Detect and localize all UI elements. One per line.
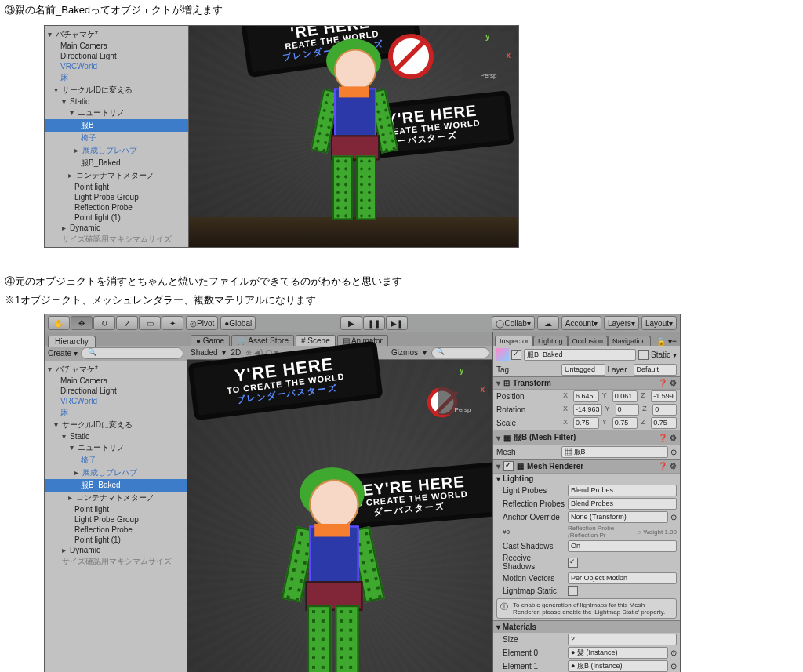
tree-item[interactable]: ▾サークルIDに変える (45, 84, 188, 96)
tree-item[interactable]: ▸展成しブレハブ (45, 467, 187, 479)
tree-item[interactable]: サイズ確認用マキシマムサイズ (45, 233, 188, 245)
tree-item[interactable]: 椅子 (45, 132, 188, 144)
meshfilter-header[interactable]: ▾▦ 服B (Mesh Filter)❓ ⚙ (493, 430, 680, 445)
lock-icon[interactable]: 🔒 ▾≡ (653, 337, 680, 346)
transform-header[interactable]: ▾⊞ Transform❓ ⚙ (493, 376, 680, 390)
el0-field[interactable]: ● 髪 (Instance) (568, 647, 668, 659)
hand-tool[interactable]: ✋ (48, 316, 70, 330)
tree-item-selected[interactable]: 服B_Baked (45, 479, 187, 492)
pause-button[interactable]: ❚❚ (363, 316, 385, 330)
scale-tool[interactable]: ⤢ (116, 316, 138, 330)
name-field[interactable]: 服B_Baked (524, 349, 636, 361)
scene-root[interactable]: ▾バチャマケ* (45, 363, 187, 376)
scl-x[interactable]: 0.75 (573, 417, 599, 429)
scene-view[interactable]: Y'RE HERE TO CREATE THE WORLD ブレンダーバスターズ… (187, 360, 492, 672)
scl-y[interactable]: 0.75 (612, 417, 638, 429)
rect-tool[interactable]: ▭ (139, 316, 161, 330)
pos-z[interactable]: -1.599 (651, 390, 677, 402)
lightmapstatic-checkbox[interactable] (568, 586, 578, 596)
el1-field[interactable]: ● 服B (Instance) (568, 660, 668, 672)
layers-dropdown[interactable]: Layers ▾ (604, 316, 639, 330)
pos-x[interactable]: 6.645 (573, 390, 599, 402)
account-dropdown[interactable]: Account ▾ (561, 316, 601, 330)
tree-item[interactable]: ▸展成しブレハブ (45, 144, 188, 157)
tree-item[interactable]: Point light (45, 182, 188, 192)
tree-item[interactable]: VRCWorld (45, 396, 187, 406)
tree-item[interactable]: Point light (1) (45, 535, 187, 545)
layout-dropdown[interactable]: Layout ▾ (641, 316, 677, 330)
tree-item[interactable]: Light Probe Group (45, 514, 187, 525)
rot-z[interactable]: 0 (652, 404, 677, 416)
tree-item[interactable]: Directional Light (45, 51, 188, 61)
mat-size-field[interactable]: 2 (568, 634, 677, 645)
pivot-toggle[interactable]: ◎ Pivot (186, 316, 218, 330)
tree-item[interactable]: VRCWorld (45, 61, 188, 71)
hierarchy-tree[interactable]: ▾バチャマケ* Main Camera Directional Light VR… (45, 361, 187, 672)
gizmos-dropdown[interactable]: Gizmos (391, 348, 418, 357)
step-button[interactable]: ▶❚ (386, 316, 408, 330)
layer-dropdown[interactable]: Default (634, 364, 678, 376)
lightprobes-dropdown[interactable]: Blend Probes (568, 485, 677, 496)
renderer-enabled[interactable] (503, 461, 514, 471)
cloud-button[interactable]: ☁ (537, 316, 559, 330)
character[interactable] (303, 42, 405, 223)
tab-occlusion[interactable]: Occlusion (568, 336, 609, 346)
scene-root[interactable]: ▾バチャマケ* (45, 28, 188, 41)
tree-item[interactable]: Directional Light (45, 386, 187, 396)
tree-item[interactable]: ▸Dynamic (45, 545, 187, 555)
rot-x[interactable]: -14.963 (573, 404, 602, 416)
tab-scene[interactable]: # Scene (296, 335, 336, 346)
tree-item[interactable]: Reflection Probe (45, 525, 187, 535)
tree-item[interactable]: Point light (1) (45, 212, 188, 223)
reflectionprobes-dropdown[interactable]: Blend Probes (568, 498, 677, 510)
play-button[interactable]: ▶ (340, 316, 362, 330)
tree-item-selected[interactable]: 服B (45, 119, 188, 132)
global-toggle[interactable]: ● Global (220, 316, 256, 330)
tree-item[interactable]: ▸Dynamic (45, 223, 188, 233)
move-tool[interactable]: ✥ (71, 316, 93, 330)
tab-game[interactable]: ● Game (191, 335, 230, 346)
rot-y[interactable]: 0 (616, 404, 640, 416)
tree-item[interactable]: ▾Static (45, 96, 188, 107)
collab-dropdown[interactable]: ◯ Collab ▾ (492, 316, 534, 330)
tab-inspector[interactable]: Inspector (495, 336, 533, 346)
shade-mode[interactable]: Shaded (191, 348, 217, 357)
play-controls[interactable]: ▶ ❚❚ ▶❚ (340, 316, 408, 330)
materials-header[interactable]: ▾ Materials (493, 620, 680, 633)
static-checkbox[interactable] (638, 350, 649, 360)
hierarchy-tab[interactable]: Hierarchy (48, 336, 96, 347)
tab-assetstore[interactable]: 🛒 Asset Store (231, 335, 294, 346)
receiveshadows-checkbox[interactable] (568, 558, 578, 568)
mesh-field[interactable]: ▦ 服B (561, 446, 668, 458)
tree-item[interactable]: 床 (45, 406, 187, 419)
tab-lighting[interactable]: Lighting (533, 336, 568, 346)
motionvectors-dropdown[interactable]: Per Object Motion (568, 572, 677, 584)
meshrenderer-header[interactable]: ▾ ▦ Mesh Renderer❓ ⚙ (493, 459, 680, 474)
tab-navigation[interactable]: Navigation (608, 336, 651, 346)
tree-item[interactable]: Light Probe Group (45, 192, 188, 202)
pos-y[interactable]: 0.061 (612, 390, 638, 402)
2d-toggle[interactable]: 2D (231, 348, 241, 357)
hierarchy-tree[interactable]: ▾バチャマケ* Main Camera Directional Light VR… (45, 26, 188, 247)
scene-search[interactable]: 🔍 (431, 347, 489, 358)
create-dropdown[interactable]: Create ▾ (48, 349, 78, 358)
tag-dropdown[interactable]: Untagged (561, 364, 605, 376)
active-checkbox[interactable] (511, 350, 521, 360)
transform-tools[interactable]: ✋ ✥ ↻ ⤢ ▭ ✦ (48, 316, 183, 330)
orientation-gizmo[interactable]: y x Persp (438, 365, 488, 415)
tree-item[interactable]: Point light (45, 504, 187, 514)
tree-item[interactable]: 床 (45, 71, 188, 84)
orientation-gizmo[interactable]: y x Persp (463, 31, 514, 81)
tree-item[interactable]: ▾サークルIDに変える (45, 419, 187, 431)
tree-item-baked[interactable]: 服B_Baked (45, 157, 188, 169)
tree-item[interactable]: ▾ニュートリノ (45, 441, 187, 454)
tree-item[interactable]: ▾ニュートリノ (45, 107, 188, 119)
multi-tool[interactable]: ✦ (162, 316, 183, 330)
scene-view[interactable]: 'RE HERE REATE THE WORLD ブレンダーバスターズ HEY'… (189, 26, 518, 247)
tree-item[interactable]: Main Camera (45, 376, 187, 386)
hierarchy-search[interactable]: 🔍 (81, 347, 183, 359)
tree-item[interactable]: ▸コンテナマトメターノ (45, 492, 187, 504)
rotate-tool[interactable]: ↻ (93, 316, 115, 330)
tree-item[interactable]: 椅子 (45, 454, 187, 467)
scl-z[interactable]: 0.75 (651, 417, 677, 429)
